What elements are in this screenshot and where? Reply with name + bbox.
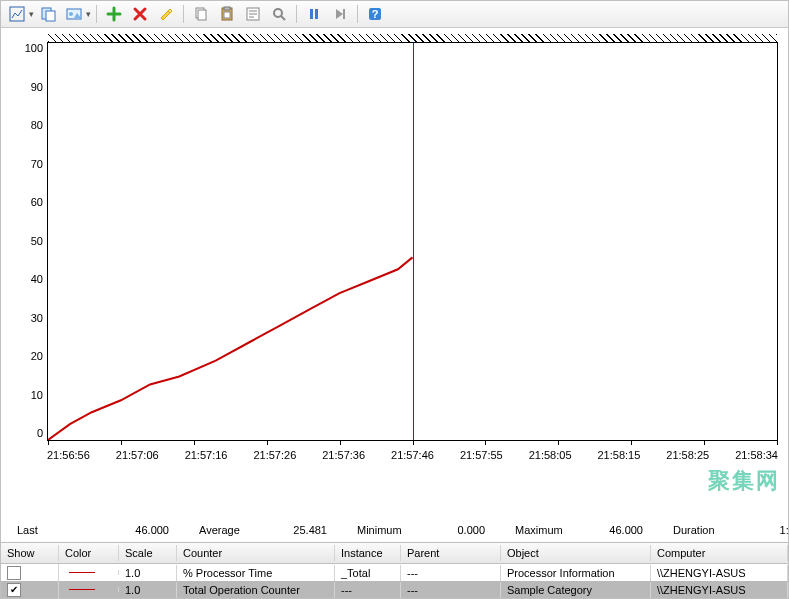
y-tick: 40 (31, 273, 43, 285)
last-value: 46.000 (73, 524, 197, 536)
x-tick: 21:58:34 (735, 449, 778, 461)
plot-region[interactable] (47, 42, 778, 441)
cell-parent: --- (401, 582, 501, 598)
show-checkbox[interactable] (7, 566, 21, 580)
last-label: Last (15, 524, 73, 536)
table-row[interactable]: ✔1.0Total Operation Counter------Sample … (1, 581, 788, 598)
add-icon[interactable] (102, 2, 126, 26)
separator (357, 5, 358, 23)
cell-scale: 1.0 (119, 582, 177, 598)
cell-counter: Total Operation Counter (177, 582, 335, 598)
view-icon[interactable] (5, 2, 29, 26)
cell-instance: --- (335, 582, 401, 598)
x-tick: 21:58:25 (666, 449, 709, 461)
separator (96, 5, 97, 23)
duration-label: Duration (671, 524, 729, 536)
counters-table: Show Color Scale Counter Instance Parent… (1, 542, 788, 598)
x-tick: 21:57:26 (253, 449, 296, 461)
y-tick: 60 (31, 196, 43, 208)
x-tick: 21:57:16 (185, 449, 228, 461)
help-icon[interactable]: ? (363, 2, 387, 26)
pause-icon[interactable] (302, 2, 326, 26)
cell-instance: _Total (335, 565, 401, 581)
separator (296, 5, 297, 23)
col-color[interactable]: Color (59, 545, 119, 561)
svg-text:?: ? (372, 8, 379, 20)
cell-object: Processor Information (501, 565, 651, 581)
x-ticks (48, 440, 777, 445)
svg-point-11 (274, 9, 282, 17)
svg-point-4 (69, 12, 73, 16)
col-instance[interactable]: Instance (335, 545, 401, 561)
average-label: Average (197, 524, 255, 536)
show-checkbox[interactable]: ✔ (7, 583, 21, 597)
dropdown-arrow-icon[interactable]: ▾ (29, 9, 34, 19)
cell-counter: % Processor Time (177, 565, 335, 581)
cell-computer: \\ZHENGYI-ASUS (651, 582, 788, 598)
col-parent[interactable]: Parent (401, 545, 501, 561)
col-counter[interactable]: Counter (177, 545, 335, 561)
y-tick: 20 (31, 350, 43, 362)
average-value: 25.481 (255, 524, 355, 536)
table-header: Show Color Scale Counter Instance Parent… (1, 543, 788, 564)
new-chart-icon[interactable] (36, 2, 60, 26)
col-computer[interactable]: Computer (651, 545, 788, 561)
copy-icon[interactable] (189, 2, 213, 26)
x-tick: 21:58:05 (529, 449, 572, 461)
x-tick: 21:57:55 (460, 449, 503, 461)
y-tick: 70 (31, 158, 43, 170)
cell-scale: 1.0 (119, 565, 177, 581)
gallery-icon[interactable] (62, 2, 86, 26)
dropdown-arrow-icon[interactable]: ▾ (86, 9, 91, 19)
y-axis: 100 90 80 70 60 50 40 30 20 10 0 (11, 42, 47, 439)
delete-icon[interactable] (128, 2, 152, 26)
y-tick: 0 (37, 427, 43, 439)
perfmon-window: ▾ ▾ ? 100 90 80 70 60 50 40 30 20 10 (0, 0, 789, 599)
x-tick: 21:56:56 (47, 449, 90, 461)
color-swatch (69, 572, 95, 573)
time-cursor[interactable] (413, 43, 414, 440)
svg-rect-8 (224, 7, 230, 10)
zoom-icon[interactable] (267, 2, 291, 26)
cell-object: Sample Category (501, 582, 651, 598)
stats-row: Last 46.000 Average 25.481 Minimum 0.000… (1, 520, 788, 542)
cell-parent: --- (401, 565, 501, 581)
y-tick: 90 (31, 81, 43, 93)
x-tick: 21:57:46 (391, 449, 434, 461)
y-tick: 80 (31, 119, 43, 131)
paste-icon[interactable] (215, 2, 239, 26)
hatch-bar (48, 34, 777, 42)
y-tick: 10 (31, 389, 43, 401)
color-swatch (69, 589, 95, 590)
step-icon[interactable] (328, 2, 352, 26)
y-tick: 30 (31, 312, 43, 324)
y-tick: 100 (25, 42, 43, 54)
svg-rect-14 (343, 9, 345, 19)
chart-area: 100 90 80 70 60 50 40 30 20 10 0 21:56:5… (1, 28, 788, 520)
toolbar: ▾ ▾ ? (1, 1, 788, 28)
minimum-value: 0.000 (413, 524, 513, 536)
svg-rect-12 (310, 9, 313, 19)
svg-rect-13 (315, 9, 318, 19)
x-tick: 21:57:06 (116, 449, 159, 461)
maximum-value: 46.000 (571, 524, 671, 536)
separator (183, 5, 184, 23)
svg-rect-0 (10, 7, 24, 21)
table-row[interactable]: 1.0% Processor Time_Total---Processor In… (1, 564, 788, 581)
properties-icon[interactable] (241, 2, 265, 26)
col-object[interactable]: Object (501, 545, 651, 561)
col-scale[interactable]: Scale (119, 545, 177, 561)
svg-rect-9 (224, 12, 230, 18)
highlight-icon[interactable] (154, 2, 178, 26)
duration-value: 1:40 (729, 524, 789, 536)
x-tick: 21:58:15 (598, 449, 641, 461)
y-tick: 50 (31, 235, 43, 247)
svg-rect-6 (198, 10, 206, 20)
minimum-label: Minimum (355, 524, 413, 536)
x-axis: 21:56:56 21:57:06 21:57:16 21:57:26 21:5… (47, 449, 778, 461)
cell-computer: \\ZHENGYI-ASUS (651, 565, 788, 581)
svg-rect-2 (46, 11, 55, 21)
col-show[interactable]: Show (1, 545, 59, 561)
x-tick: 21:57:36 (322, 449, 365, 461)
maximum-label: Maximum (513, 524, 571, 536)
